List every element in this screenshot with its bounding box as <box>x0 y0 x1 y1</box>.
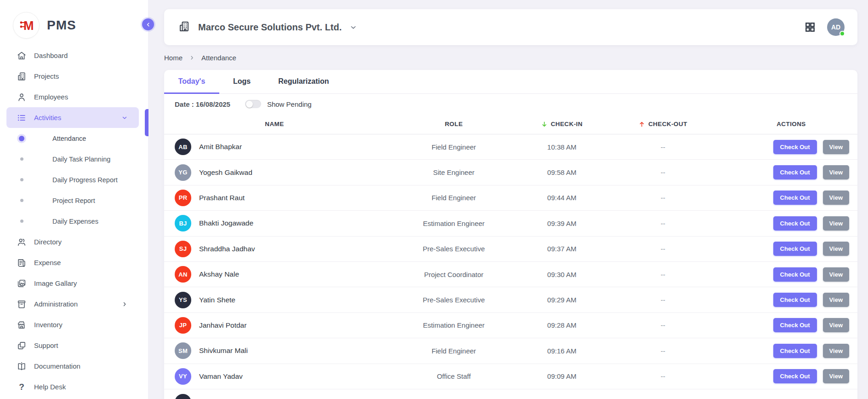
check-in-time: 09:39 AM <box>523 220 601 227</box>
sidebar-subitem-daily-task-planning[interactable]: Daily Task Planning <box>0 149 148 169</box>
employee-name: Janhavi Potdar <box>199 321 246 330</box>
check-out-button[interactable]: Check Out <box>773 165 817 179</box>
check-out-button[interactable]: Check Out <box>773 267 817 282</box>
attendance-tabs: Today's Logs Regularization <box>164 70 857 94</box>
avatar: AB <box>175 139 191 155</box>
employee-role: Pre-Sales Executive <box>385 296 523 304</box>
chevron-down-icon <box>121 115 128 121</box>
apps-grid-button[interactable] <box>804 21 816 33</box>
check-out-button[interactable]: Check Out <box>773 191 817 205</box>
sidebar-item-expense[interactable]: Expense <box>6 252 139 273</box>
user-avatar[interactable]: AD <box>827 18 845 36</box>
sidebar-item-inventory[interactable]: Inventory <box>6 314 139 335</box>
employee-name: Vaman Yadav <box>199 372 243 381</box>
view-button[interactable]: View <box>823 140 849 154</box>
sidebar-item-employees[interactable]: Employees <box>6 87 139 107</box>
sidebar-subitem-label: Daily Expenses <box>52 218 98 225</box>
check-out-time: -- <box>601 296 725 304</box>
view-button[interactable]: View <box>823 293 849 307</box>
app-logo: M PMS <box>0 0 148 39</box>
check-out-button[interactable]: Check Out <box>773 318 817 332</box>
view-button[interactable]: View <box>823 191 849 205</box>
check-out-time: -- <box>601 347 725 355</box>
sidebar-item-help-desk[interactable]: ? Help Desk <box>6 376 139 397</box>
check-out-time: -- <box>601 143 725 151</box>
sidebar-item-projects[interactable]: Projects <box>6 66 139 87</box>
employee-name: Yogesh Gaikwad <box>199 168 252 177</box>
sidebar-item-support[interactable]: Support <box>6 335 139 356</box>
column-header-checkout[interactable]: CHECK-OUT <box>601 121 725 127</box>
check-out-button[interactable]: Check Out <box>773 216 817 231</box>
view-button[interactable]: View <box>823 165 849 179</box>
sidebar-item-image-gallary[interactable]: Image Gallary <box>6 273 139 294</box>
sidebar-item-dashboard[interactable]: Dashboard <box>6 45 139 66</box>
view-button[interactable]: View <box>823 344 849 358</box>
sidebar-collapse-button[interactable] <box>142 18 154 30</box>
sidebar-item-directory[interactable]: Directory <box>6 231 139 252</box>
user-avatar-initials: AD <box>831 23 840 31</box>
arrow-down-icon <box>541 121 548 127</box>
check-out-time: -- <box>601 372 725 380</box>
users-icon <box>17 237 27 247</box>
employee-name: Prashant Raut <box>199 194 245 202</box>
dot-icon <box>18 199 25 202</box>
check-out-button[interactable]: Check Out <box>773 344 817 358</box>
table-row: YSYatin Shete Pre-Sales Executive 09:29 … <box>164 287 857 312</box>
employee-name: Bhakti Jogawade <box>199 219 253 227</box>
view-button[interactable]: View <box>823 369 849 383</box>
tab-regularization[interactable]: Regularization <box>264 70 343 94</box>
sidebar-item-administration[interactable]: Administration <box>6 294 139 314</box>
tab-todays[interactable]: Today's <box>164 70 219 94</box>
active-menu-indicator <box>145 109 148 136</box>
view-button[interactable]: View <box>823 318 849 332</box>
check-out-time: -- <box>601 271 725 278</box>
sidebar-item-label: Dashboard <box>34 52 68 59</box>
sidebar-item-label: Image Gallary <box>34 279 77 287</box>
employee-role: Estimation Engineer <box>385 321 523 329</box>
image-icon <box>17 278 27 289</box>
sidebar-item-documentation[interactable]: Documentation <box>6 356 139 376</box>
check-out-button[interactable]: Check Out <box>773 369 817 383</box>
sidebar-item-label: Administration <box>34 300 78 308</box>
avatar: JP <box>175 317 191 334</box>
view-button[interactable]: View <box>823 242 849 256</box>
breadcrumb-home[interactable]: Home <box>164 54 183 62</box>
view-button[interactable]: View <box>823 216 849 231</box>
show-pending-toggle[interactable] <box>245 100 261 108</box>
sidebar-subitem-daily-expenses[interactable]: Daily Expenses <box>0 211 148 231</box>
check-out-button[interactable]: Check Out <box>773 293 817 307</box>
avatar: YG <box>175 164 191 181</box>
sidebar-subitem-attendance[interactable]: Attendance <box>0 128 148 149</box>
filter-row: Date : 16/08/2025 Show Pending <box>164 94 857 114</box>
check-in-time: 09:30 AM <box>523 271 601 278</box>
sidebar-item-activities[interactable]: Activities <box>6 107 139 128</box>
employee-role: Estimation Engineer <box>385 220 523 227</box>
grid-icon <box>804 21 816 33</box>
column-header-checkout-label: CHECK-OUT <box>648 121 687 127</box>
sidebar-subitem-label: Attendance <box>52 135 86 142</box>
online-status-dot <box>839 31 845 36</box>
column-header-checkin[interactable]: CHECK-IN <box>523 121 601 127</box>
avatar: SM <box>175 342 191 359</box>
employee-name: Amit Bhapkar <box>199 143 242 151</box>
dot-icon <box>18 157 25 161</box>
check-in-time: 09:28 AM <box>523 321 601 329</box>
sidebar-subitem-daily-progress-report[interactable]: Daily Progress Report <box>0 169 148 190</box>
sidebar-item-label: Directory <box>34 238 62 246</box>
check-out-button[interactable]: Check Out <box>773 140 817 154</box>
tab-logs[interactable]: Logs <box>219 70 264 94</box>
avatar: AN <box>175 266 191 283</box>
check-out-time: -- <box>601 220 725 227</box>
sidebar-subitem-project-report[interactable]: Project Report <box>0 190 148 211</box>
column-header-checkin-label: CHECK-IN <box>551 121 582 127</box>
check-out-button[interactable]: Check Out <box>773 242 817 256</box>
chevron-down-icon <box>349 23 357 31</box>
company-selector[interactable]: Marco Secure Solutions Pvt. Ltd. <box>178 20 357 35</box>
app-title: PMS <box>47 18 76 33</box>
view-button[interactable]: View <box>823 267 849 282</box>
check-in-time: 09:16 AM <box>523 347 601 355</box>
table-row-partial <box>164 389 857 399</box>
chevron-right-icon <box>189 55 195 61</box>
list-icon <box>17 113 27 123</box>
sidebar-nav: Dashboard Projects Employees Activities <box>0 45 148 397</box>
